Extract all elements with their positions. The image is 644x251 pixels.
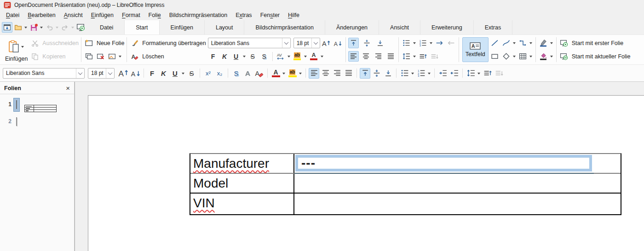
slide-2-thumbnail[interactable] <box>16 117 17 126</box>
fmt-align-right-icon[interactable] <box>332 68 342 79</box>
highlight-color-dropdown-icon[interactable] <box>304 56 307 59</box>
rectangle-shape-icon[interactable] <box>489 51 500 62</box>
align-vertical-center-icon[interactable] <box>362 38 372 48</box>
font-size-dropdown-icon[interactable] <box>311 38 320 48</box>
fmt-ordered-list-dropdown-icon[interactable] <box>428 73 431 76</box>
table-cell-label[interactable]: Manufacturer <box>190 154 294 173</box>
table-cell-value[interactable]: --- <box>294 154 621 173</box>
align-right-icon[interactable] <box>373 51 384 62</box>
selected-cell-frame[interactable]: --- <box>295 155 592 171</box>
copy-button[interactable]: Kopieren <box>29 50 79 63</box>
shadow-button[interactable]: S <box>259 51 270 62</box>
paste-dropdown-icon[interactable] <box>21 46 24 49</box>
increase-paragraph-spacing-icon[interactable] <box>418 51 428 62</box>
menu-einfuegen[interactable]: Einfügen <box>87 11 118 19</box>
fmt-unordered-list-icon[interactable] <box>399 68 410 79</box>
line-spacing-dropdown-icon[interactable] <box>413 56 416 59</box>
save-icon[interactable] <box>29 22 39 33</box>
tab-datei[interactable]: Datei <box>89 20 125 34</box>
tab-start[interactable]: Start <box>125 20 159 34</box>
fill-color-icon[interactable] <box>538 51 549 62</box>
table-cell-label[interactable]: Model <box>190 174 294 193</box>
decrease-paragraph-spacing-icon[interactable] <box>429 51 440 62</box>
unordered-list-icon[interactable] <box>401 38 412 48</box>
start-current-slide-button[interactable]: Start mit aktueller Folie <box>559 50 631 63</box>
paste-label[interactable]: Einfügen <box>5 56 28 62</box>
slide-thumbnail-item-2[interactable]: 2 <box>0 115 74 128</box>
strikethrough-button[interactable]: S <box>247 51 258 62</box>
menu-bildschirmpraesentation[interactable]: Bildschirmpräsentation <box>165 11 231 19</box>
bold-button[interactable]: F <box>208 51 218 62</box>
slide-page[interactable]: Manufacturer --- Model VIN <box>88 95 644 251</box>
menu-folie[interactable]: Folie <box>144 11 165 19</box>
manufacturer-value-text[interactable]: --- <box>298 158 589 169</box>
fmt-unordered-list-dropdown-icon[interactable] <box>411 73 414 76</box>
line-color-icon[interactable] <box>538 38 549 48</box>
tab-extras[interactable]: Extras <box>474 20 512 34</box>
new-slide-button[interactable]: Neue Folie <box>84 37 124 49</box>
fmt-ordered-list-icon[interactable]: 123 <box>416 68 426 79</box>
menu-fenster[interactable]: Fenster <box>256 11 284 19</box>
redo-dropdown-icon[interactable] <box>71 27 74 30</box>
undo-dropdown-icon[interactable] <box>56 27 58 30</box>
slide-properties-icon[interactable] <box>107 51 117 62</box>
table-row-model[interactable]: Model <box>190 174 621 194</box>
ordered-list-icon[interactable]: 123 <box>418 38 428 48</box>
menu-ansicht[interactable]: Ansicht <box>60 11 87 19</box>
menu-format[interactable]: Format <box>118 11 144 19</box>
fmt-shrink-font-icon[interactable]: A <box>130 68 141 79</box>
insert-table-icon[interactable] <box>518 51 528 62</box>
character-spacing-icon[interactable]: AV <box>276 51 286 62</box>
table-row-vin[interactable]: VIN <box>190 194 621 214</box>
font-name-combo[interactable]: Liberation Sans <box>208 38 291 48</box>
fmt-clear-formatting-icon[interactable]: A <box>254 68 264 79</box>
fmt-superscript-button[interactable]: x² <box>203 68 213 79</box>
close-icon[interactable]: × <box>66 86 70 91</box>
menu-datei[interactable]: Datei <box>2 11 23 19</box>
demote-icon[interactable] <box>434 38 445 48</box>
fmt-strikethrough-button[interactable]: S <box>186 68 197 79</box>
curve-icon[interactable] <box>501 38 512 48</box>
curve-dropdown-icon[interactable] <box>513 42 516 46</box>
fmt-subscript-button[interactable]: x₂ <box>214 68 225 79</box>
clear-formatting-button[interactable]: A Löschen <box>129 50 206 63</box>
insert-line-icon[interactable] <box>489 38 500 48</box>
menu-extras[interactable]: Extras <box>231 11 256 19</box>
fmt-font-name-combo[interactable]: Liberation Sans <box>3 68 85 79</box>
tab-layout[interactable]: Layout <box>205 20 245 34</box>
ordered-list-dropdown-icon[interactable] <box>430 42 432 46</box>
fmt-align-left-icon[interactable] <box>309 68 319 79</box>
font-name-dropdown-icon[interactable] <box>282 38 290 48</box>
underline-dropdown-icon[interactable] <box>243 56 246 59</box>
table-row-manufacturer[interactable]: Manufacturer --- <box>190 154 621 174</box>
save-dropdown-icon[interactable] <box>40 27 43 30</box>
shrink-font-icon[interactable]: A <box>333 38 343 48</box>
fmt-align-center-icon[interactable] <box>320 68 331 79</box>
cut-button[interactable]: Ausschneiden <box>29 37 79 49</box>
fmt-decrease-indent-icon[interactable] <box>449 68 460 79</box>
highlight-color-icon[interactable]: ab <box>292 51 303 62</box>
slide-thumbnail-selected[interactable] <box>14 98 19 111</box>
open-file-icon[interactable] <box>13 22 23 33</box>
align-top-icon[interactable] <box>348 38 359 48</box>
table-cell-value[interactable] <box>294 194 621 214</box>
fmt-font-color-dropdown-icon[interactable] <box>282 73 285 76</box>
paste-icon[interactable] <box>7 37 21 56</box>
fmt-font-color-icon[interactable]: A <box>270 68 281 79</box>
line-spacing-icon[interactable] <box>401 51 412 62</box>
fmt-font-size-combo[interactable]: 18 pt <box>88 68 115 79</box>
basic-shapes-icon[interactable] <box>501 51 512 62</box>
delete-slide-icon[interactable] <box>95 51 106 62</box>
align-justify-icon[interactable] <box>385 51 396 62</box>
fmt-increase-paragraph-spacing-icon[interactable] <box>482 68 493 79</box>
slide-thumbnail-item-1[interactable]: 1 <box>0 98 74 111</box>
table-cell-label[interactable]: VIN <box>190 194 294 214</box>
align-left-icon[interactable] <box>348 51 359 62</box>
fmt-grow-font-icon[interactable]: A <box>118 68 129 79</box>
tab-bildschirmpraesentation[interactable]: Bildschirmpräsentation <box>244 20 325 34</box>
fmt-align-justify-icon[interactable] <box>343 68 354 79</box>
fmt-line-spacing-dropdown-icon[interactable] <box>477 73 480 76</box>
fmt-bold-button[interactable]: F <box>147 68 157 79</box>
fmt-shadow-button[interactable]: S <box>231 68 242 79</box>
tab-aenderungen[interactable]: Änderungen <box>325 20 379 34</box>
